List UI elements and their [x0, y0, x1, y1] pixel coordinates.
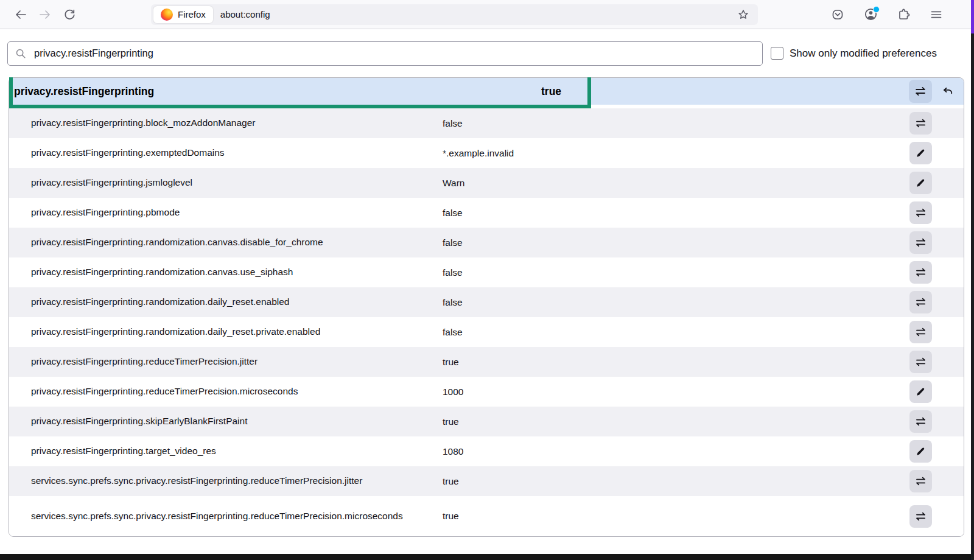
pref-row[interactable]: privacy.resistFingerprinting.target_vide… — [9, 436, 964, 466]
account-notification-dot — [873, 6, 880, 13]
prefs-table: privacy.resistFingerprinting true privac… — [9, 77, 964, 537]
pref-value: 1000 — [443, 387, 909, 397]
show-modified-checkbox[interactable] — [771, 47, 783, 60]
back-button[interactable] — [9, 4, 33, 26]
account-icon[interactable] — [858, 4, 883, 26]
pref-row[interactable]: privacy.resistFingerprinting.reduceTimer… — [9, 347, 964, 377]
url-bar[interactable]: Firefox about:config — [151, 4, 758, 25]
selected-pref-name: privacy.resistFingerprinting — [14, 85, 154, 98]
firefox-logo-icon — [161, 9, 173, 21]
bookmark-star-icon[interactable] — [731, 4, 755, 26]
toggle-pref-button[interactable] — [909, 321, 932, 343]
selected-pref-value: true — [541, 85, 561, 98]
toggle-pref-button[interactable] — [909, 80, 932, 103]
toggle-pref-button[interactable] — [909, 505, 932, 528]
toggle-pref-button[interactable] — [909, 351, 932, 373]
pref-row[interactable]: privacy.resistFingerprinting.randomizati… — [9, 287, 964, 317]
extensions-puzzle-icon[interactable] — [891, 4, 916, 26]
toggle-pref-button[interactable] — [909, 231, 932, 254]
pref-row[interactable]: privacy.resistFingerprinting.pbmode fals… — [9, 198, 964, 228]
site-identity-label: Firefox — [178, 9, 206, 19]
pref-row[interactable]: privacy.resistFingerprinting.skipEarlyBl… — [9, 407, 964, 436]
pref-row[interactable]: privacy.resistFingerprinting.block_mozAd… — [9, 108, 964, 138]
pref-name: privacy.resistFingerprinting.pbmode — [9, 205, 443, 220]
pref-name: privacy.resistFingerprinting.randomizati… — [9, 235, 443, 250]
show-modified-wrap: Show only modified preferences — [771, 47, 937, 60]
pref-value: false — [443, 208, 909, 219]
pref-value: true — [443, 476, 909, 487]
pref-value: 1080 — [443, 446, 909, 457]
toggle-pref-button[interactable] — [909, 410, 932, 433]
screen-bottom-bar — [0, 554, 974, 560]
config-search-section: Show only modified preferences — [0, 29, 974, 77]
search-icon — [14, 47, 27, 60]
pref-value: false — [443, 267, 909, 278]
url-text: about:config — [220, 9, 731, 19]
pref-row[interactable]: privacy.resistFingerprinting.randomizati… — [9, 228, 964, 257]
pref-name: privacy.resistFingerprinting.block_mozAd… — [9, 116, 443, 130]
toolbar-right-icons — [825, 4, 948, 26]
pocket-icon[interactable] — [825, 4, 850, 26]
reload-button[interactable] — [57, 4, 82, 26]
edit-pref-button[interactable] — [909, 440, 932, 463]
pref-name: privacy.resistFingerprinting.reduceTimer… — [9, 384, 443, 399]
selected-pref-row[interactable]: privacy.resistFingerprinting true — [9, 78, 964, 105]
show-modified-label: Show only modified preferences — [790, 47, 937, 60]
pref-rows-list: privacy.resistFingerprinting.block_mozAd… — [9, 105, 964, 536]
toggle-pref-button[interactable] — [909, 112, 932, 135]
pref-value: true — [443, 416, 909, 427]
forward-button[interactable] — [33, 4, 57, 26]
pref-value: true — [443, 357, 909, 368]
pref-row[interactable]: services.sync.prefs.sync.privacy.resistF… — [9, 466, 964, 496]
pref-name: privacy.resistFingerprinting.reduceTimer… — [9, 354, 443, 369]
toggle-pref-button[interactable] — [909, 201, 932, 224]
pref-name: services.sync.prefs.sync.privacy.resistF… — [9, 509, 443, 523]
search-input[interactable] — [33, 47, 756, 60]
pref-name: privacy.resistFingerprinting.randomizati… — [9, 324, 443, 339]
pref-value: *.example.invalid — [443, 148, 909, 159]
pref-row[interactable]: privacy.resistFingerprinting.jsmloglevel… — [9, 168, 964, 198]
pref-row[interactable]: privacy.resistFingerprinting.exemptedDom… — [9, 138, 964, 168]
toggle-pref-button[interactable] — [909, 291, 932, 313]
pref-value: false — [443, 118, 909, 129]
pref-name: privacy.resistFingerprinting.skipEarlyBl… — [9, 414, 443, 429]
edit-pref-button[interactable] — [909, 380, 932, 403]
pref-value: false — [443, 237, 909, 248]
pref-row[interactable]: services.sync.prefs.sync.privacy.resistF… — [9, 496, 964, 536]
pref-name: privacy.resistFingerprinting.target_vide… — [9, 444, 443, 458]
pref-value: false — [443, 297, 909, 308]
edit-pref-button[interactable] — [909, 142, 932, 164]
reset-pref-button[interactable] — [937, 80, 959, 102]
pref-value: false — [443, 327, 909, 338]
pref-row[interactable]: privacy.resistFingerprinting.randomizati… — [9, 257, 964, 287]
menu-hamburger-icon[interactable] — [924, 4, 948, 26]
pref-name: privacy.resistFingerprinting.randomizati… — [9, 295, 443, 309]
toggle-pref-button[interactable] — [909, 470, 932, 492]
search-box[interactable] — [7, 41, 763, 66]
toggle-pref-button[interactable] — [909, 261, 932, 284]
pref-name: services.sync.prefs.sync.privacy.resistF… — [9, 474, 443, 488]
pref-value: Warn — [443, 178, 909, 189]
site-identity-chip[interactable]: Firefox — [153, 6, 213, 23]
pref-row[interactable]: privacy.resistFingerprinting.reduceTimer… — [9, 377, 964, 407]
account-button[interactable] — [858, 4, 883, 26]
pref-value: true — [443, 511, 909, 522]
pref-row[interactable]: privacy.resistFingerprinting.randomizati… — [9, 317, 964, 347]
browser-toolbar: Firefox about:config — [0, 0, 974, 29]
screen-edge-dark — [971, 33, 974, 560]
pref-name: privacy.resistFingerprinting.randomizati… — [9, 265, 443, 279]
screen-edge-purple — [971, 0, 974, 33]
edit-pref-button[interactable] — [909, 172, 932, 194]
pref-name: privacy.resistFingerprinting.exemptedDom… — [9, 145, 443, 160]
pref-name: privacy.resistFingerprinting.jsmloglevel — [9, 175, 443, 190]
